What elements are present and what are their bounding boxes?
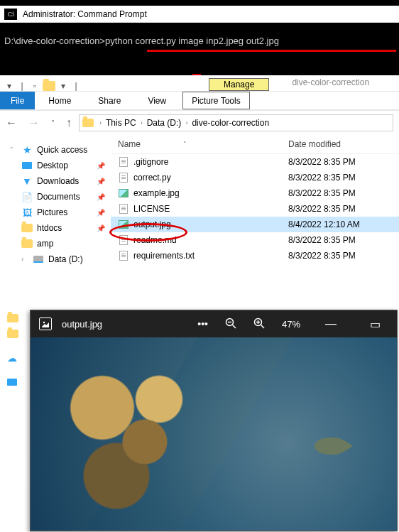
cmd-title: Administrator: Command Prompt	[23, 9, 147, 19]
nav-down-icon[interactable]: ▾	[4, 81, 14, 91]
photos-filename: output.jpg	[62, 319, 102, 330]
sidebar-label: htdocs	[37, 223, 62, 233]
explorer-qat: ▾ | ▫ ▾ | Manage dive-color-correction	[0, 75, 399, 91]
photos-app-icon	[39, 317, 52, 330]
file-explorer-window: ▾ | ▫ ▾ | Manage dive-color-correction F…	[0, 75, 399, 341]
file-date: 8/3/2022 8:35 PM	[288, 188, 399, 198]
context-tab-manage[interactable]: Manage	[209, 78, 269, 91]
zoom-in-button[interactable]	[253, 317, 265, 331]
file-row[interactable]: output.jpg8/4/2022 12:10 AM	[111, 217, 399, 232]
pictures-icon: 🖼	[21, 207, 33, 218]
chevron-down-icon[interactable]: ˅	[10, 146, 17, 153]
checkbox-icon[interactable]: ▫	[30, 81, 40, 91]
file-date: 8/3/2022 8:35 PM	[288, 251, 399, 261]
maximize-button[interactable]: ▭	[361, 317, 388, 331]
sidebar-item-data-d[interactable]: › Data (D:)	[20, 251, 108, 267]
sidebar-label: amp	[37, 239, 53, 249]
text-file-icon	[118, 234, 129, 246]
file-row[interactable]: requirements.txt8/3/2022 8:35 PM	[111, 248, 399, 264]
qat-menu-icon[interactable]: ▾	[58, 81, 68, 91]
pin-icon: 📌	[97, 162, 105, 170]
nav-history-button[interactable]: ˅	[51, 119, 55, 127]
more-menu-button[interactable]: •••	[197, 318, 208, 330]
sidebar-label: Desktop	[37, 161, 68, 170]
chevron-right-icon[interactable]: ›	[184, 119, 189, 126]
folder-icon	[82, 119, 94, 127]
folder-icon	[21, 224, 33, 232]
sidebar-item-pictures[interactable]: 🖼 Pictures 📌	[20, 205, 108, 220]
nav-back-button[interactable]: ←	[6, 116, 17, 129]
nav-up-button[interactable]: ↑	[66, 116, 72, 129]
file-row[interactable]: correct.py8/3/2022 8:35 PM	[111, 170, 399, 185]
zoom-out-button[interactable]	[225, 317, 236, 331]
breadcrumb[interactable]: Data (D:)	[146, 118, 183, 128]
file-row[interactable]: .gitignore8/3/2022 8:35 PM	[111, 154, 399, 170]
sidebar-label: Pictures	[37, 207, 67, 217]
ribbon-tabs: File Home Share View Picture Tools	[0, 91, 399, 109]
pin-icon: 📌	[97, 178, 105, 185]
sort-indicator-icon: ˄	[183, 141, 187, 148]
file-name: requirements.txt	[133, 251, 195, 261]
cmd-prompt-path: D:\dive-color-correction>	[4, 36, 105, 46]
tab-picture-tools[interactable]: Picture Tools	[182, 92, 249, 109]
image-file-icon	[118, 188, 129, 199]
file-name: correct.py	[133, 173, 171, 183]
svg-line-2	[232, 325, 236, 328]
minimize-button[interactable]: —	[317, 317, 344, 330]
desktop-icon	[22, 162, 32, 169]
address-bar[interactable]: › This PC › Data (D:) › dive-color-corre…	[79, 114, 393, 131]
tab-view[interactable]: View	[134, 92, 180, 109]
file-row[interactable]: readme.md8/3/2022 8:35 PM	[111, 232, 399, 248]
star-icon: ★	[21, 144, 33, 156]
annotation-underline	[147, 50, 396, 52]
sidebar-label: Quick access	[37, 145, 87, 155]
file-name: example.jpg	[133, 188, 180, 198]
file-row[interactable]: example.jpg8/3/2022 8:35 PM	[111, 185, 399, 201]
breadcrumb[interactable]: dive-color-correction	[190, 118, 270, 128]
cmd-command-text: python correct.py image inp2.jpeg out2.j…	[105, 36, 279, 46]
cmd-icon: C:\	[4, 9, 17, 20]
sidebar-item-documents[interactable]: 📄 Documents 📌	[20, 189, 108, 205]
sidebar-quick-access[interactable]: ˅ ★ Quick access	[9, 142, 108, 158]
context-tab-label: Manage	[224, 80, 254, 89]
file-name: readme.md	[133, 235, 177, 245]
chevron-right-icon[interactable]: ›	[139, 119, 144, 126]
cmd-output-area[interactable]: D:\dive-color-correction>python correct.…	[0, 23, 399, 75]
svg-point-0	[43, 322, 45, 324]
tab-file[interactable]: File	[0, 92, 35, 109]
chevron-right-icon[interactable]: ›	[21, 256, 28, 263]
pin-icon: 📌	[97, 224, 105, 232]
text-file-icon	[118, 203, 129, 215]
sidebar-item-amp[interactable]: amp	[20, 236, 108, 251]
file-row[interactable]: LICENSE8/3/2022 8:35 PM	[111, 201, 399, 217]
folder-icon[interactable]	[43, 81, 55, 91]
folder-icon	[7, 330, 18, 338]
svg-line-5	[261, 325, 264, 328]
zoom-level[interactable]: 47%	[282, 319, 300, 330]
nav-forward-button[interactable]: →	[28, 116, 40, 129]
downloads-icon: ▼	[21, 175, 33, 187]
folder-icon	[7, 314, 18, 322]
sidebar-item-desktop[interactable]: Desktop 📌	[20, 158, 108, 173]
photo-viewport[interactable]	[31, 337, 397, 531]
pipe-icon: |	[71, 81, 81, 91]
cmd-titlebar[interactable]: C:\ Administrator: Command Prompt	[0, 0, 399, 23]
pin-icon: 📌	[97, 209, 105, 217]
tab-share[interactable]: Share	[84, 92, 134, 109]
image-content	[60, 357, 202, 527]
file-date: 8/4/2022 12:10 AM	[288, 219, 399, 229]
tab-home[interactable]: Home	[35, 92, 84, 109]
text-file-icon	[118, 172, 129, 183]
breadcrumb[interactable]: This PC	[104, 118, 138, 128]
sidebar-peek: ☁	[7, 310, 30, 391]
photos-titlebar[interactable]: output.jpg ••• 47% — ▭	[31, 310, 397, 337]
column-name[interactable]: Name	[118, 139, 141, 149]
image-content	[315, 438, 346, 455]
column-headers: Name ˄ Date modified	[111, 135, 399, 154]
sidebar-item-downloads[interactable]: ▼ Downloads 📌	[20, 173, 108, 189]
chevron-right-icon[interactable]: ›	[98, 119, 103, 126]
sidebar-item-htdocs[interactable]: htdocs 📌	[20, 220, 108, 236]
column-date[interactable]: Date modified	[288, 139, 399, 149]
sidebar-label: Data (D:)	[48, 254, 83, 264]
sidebar-label: Downloads	[37, 176, 79, 186]
